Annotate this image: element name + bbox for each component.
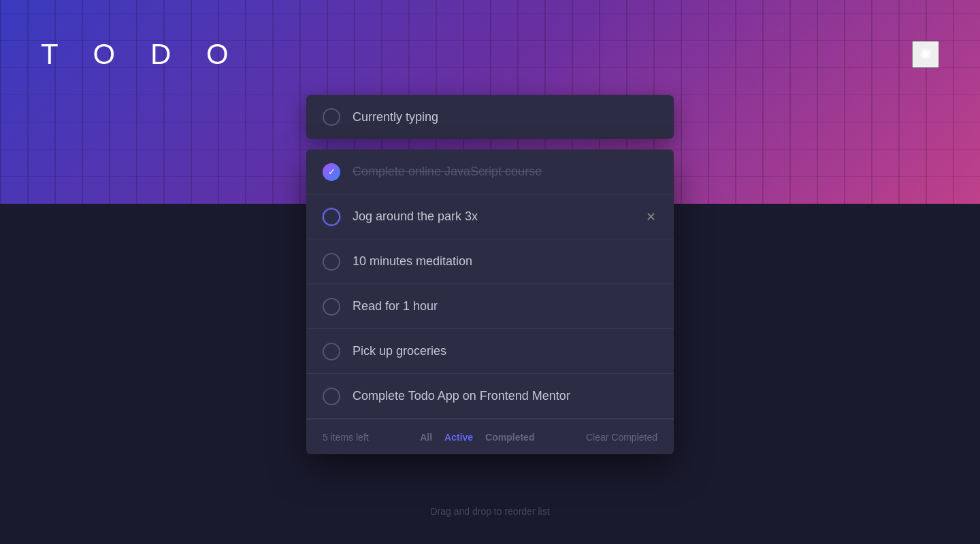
clear-completed-button[interactable]: Clear Completed: [586, 432, 657, 443]
todo-item-5[interactable]: Pick up groceries: [306, 329, 674, 374]
todo-item-2[interactable]: Jog around the park 3x ✕: [306, 194, 674, 239]
drag-hint: Drag and drop to reorder list: [430, 506, 549, 517]
todo-checkbox-4[interactable]: [323, 298, 340, 316]
todo-checkbox-3[interactable]: [323, 253, 340, 271]
todo-text-3: 10 minutes meditation: [353, 254, 657, 269]
todo-checkbox-5[interactable]: [323, 343, 340, 360]
new-todo-checkbox[interactable]: [323, 108, 340, 126]
delete-button-2[interactable]: ✕: [644, 210, 657, 224]
todo-text-2: Jog around the park 3x: [353, 209, 644, 224]
main-container: Complete online JavaScript course Jog ar…: [306, 95, 674, 454]
todo-text-4: Read for 1 hour: [353, 299, 657, 313]
todo-checkbox-2[interactable]: [323, 208, 340, 226]
todo-list: Complete online JavaScript course Jog ar…: [306, 150, 674, 454]
todo-item-4[interactable]: Read for 1 hour: [306, 284, 674, 329]
todo-footer: 5 items left All Active Completed Clear …: [306, 419, 674, 454]
new-todo-input-container: [306, 95, 674, 139]
todo-item-1[interactable]: Complete online JavaScript course: [306, 150, 674, 194]
todo-text-6: Complete Todo App on Frontend Mentor: [353, 389, 657, 403]
todo-text-5: Pick up groceries: [353, 344, 657, 358]
app-title: T O D O: [41, 38, 242, 71]
todo-checkbox-1[interactable]: [323, 163, 340, 181]
new-todo-text-input[interactable]: [353, 110, 657, 124]
filter-buttons: All Active Completed: [420, 432, 534, 443]
sun-icon: ✺: [919, 47, 932, 62]
theme-toggle-button[interactable]: ✺: [912, 41, 939, 68]
filter-completed-button[interactable]: Completed: [485, 432, 534, 443]
filter-all-button[interactable]: All: [420, 432, 432, 443]
app-header: T O D O ✺: [0, 0, 980, 109]
todo-item-6[interactable]: Complete Todo App on Frontend Mentor: [306, 374, 674, 419]
items-left-count: 5 items left: [323, 432, 369, 443]
todo-item-3[interactable]: 10 minutes meditation: [306, 239, 674, 284]
todo-text-1: Complete online JavaScript course: [353, 165, 657, 179]
filter-active-button[interactable]: Active: [444, 432, 473, 443]
todo-checkbox-6[interactable]: [323, 388, 340, 405]
